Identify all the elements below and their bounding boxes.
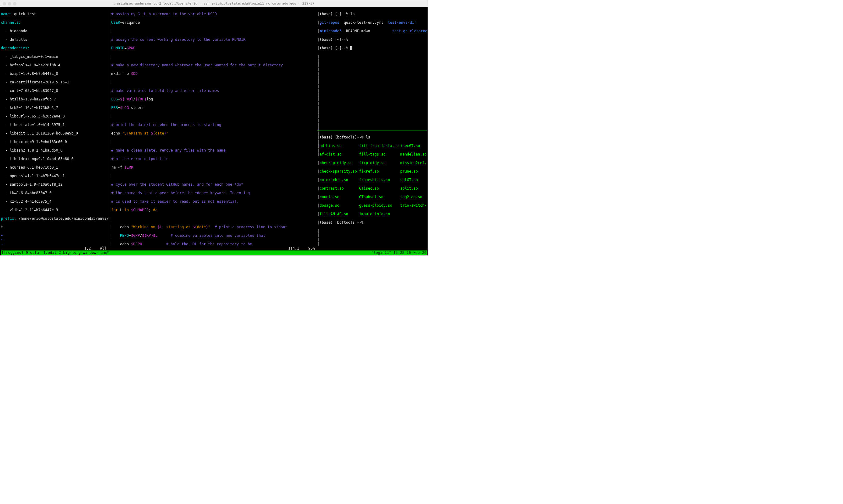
terminal-window: ⌂eriq@swc-anderson-lt-2.local:/Users/eri… [0,0,428,256]
vim-ruler: 1,2All 114,196% [1,246,427,251]
right-top-pane[interactable]: |(base) [~]--% ls |git-repos quick-test-… [317,7,427,131]
minimize-icon[interactable] [8,2,11,5]
terminal-body[interactable]: name: quick-test channels: - bioconda - … [0,7,427,255]
titlebar: ⌂eriq@swc-anderson-lt-2.local:/Users/eri… [0,0,427,7]
left-pct: All [100,246,107,251]
close-icon[interactable] [3,2,6,5]
window-title: ⌂eriq@swc-anderson-lt-2.local:/Users/eri… [113,1,315,6]
cursor [350,46,352,50]
left-pane-yaml[interactable]: name: quick-test channels: - bioconda - … [1,7,109,246]
status-right: "login11" 16:22 16-Feb-20 [371,251,426,255]
home-icon: ⌂ [113,1,116,5]
mid-pct: 96% [308,246,315,251]
mid-pos: 114,1 [288,246,299,251]
tmux-status-bar: [froggies] 0:data- 1:edit 2:big-long-win… [1,251,427,255]
right-bottom-pane[interactable]: |(base) [bcftools]--% ls |ad-bias.sofill… [317,131,427,246]
zoom-icon[interactable] [13,2,16,5]
middle-pane-script[interactable]: |# assign my GitHub username to the vari… [109,7,317,246]
status-left: [froggies] 0:data- 1:edit 2:big-long-win… [1,251,109,255]
traffic-lights [3,2,16,5]
left-pos: 1,2 [84,246,91,251]
right-panes: |(base) [~]--% ls |git-repos quick-test-… [317,7,427,246]
